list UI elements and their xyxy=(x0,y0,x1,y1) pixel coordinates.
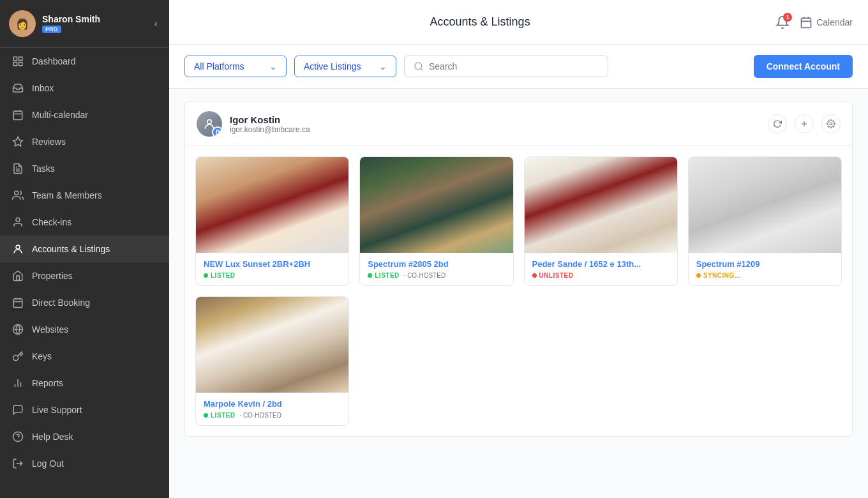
pro-badge: PRO xyxy=(42,26,61,33)
sidebar-item-accounts-listings[interactable]: Accounts & Listings xyxy=(0,236,169,262)
co-hosted-label: · CO-HOSTED xyxy=(238,412,281,419)
sidebar-item-label: Direct Booking xyxy=(32,298,90,308)
platform-filter[interactable]: All Platforms ⌄ xyxy=(184,56,287,77)
listing-info: Spectrum #2805 2bd LISTED · CO-HOSTED xyxy=(360,253,513,285)
chevron-down-icon: ⌄ xyxy=(379,61,387,72)
status-dot xyxy=(368,273,372,278)
user-name: Sharon Smith xyxy=(42,14,100,24)
listing-image xyxy=(689,157,841,253)
listing-image xyxy=(196,157,348,253)
svg-rect-4 xyxy=(13,111,22,120)
calendar-icon xyxy=(11,109,24,121)
sidebar-item-keys[interactable]: Keys xyxy=(0,343,169,370)
sidebar-item-inbox[interactable]: Inbox xyxy=(0,75,169,102)
sidebar-item-label: Reviews xyxy=(32,137,66,147)
sidebar-item-direct-booking[interactable]: Direct Booking xyxy=(0,289,169,316)
listing-card[interactable]: NEW Lux Sunset 2BR+2BH LISTED xyxy=(195,156,349,286)
calendar-label: Calendar xyxy=(816,17,853,27)
sidebar-item-label: Dashboard xyxy=(32,56,76,66)
sidebar-item-help-desk[interactable]: Help Desk xyxy=(0,423,169,450)
notifications-button[interactable]: 1 xyxy=(775,15,789,29)
sidebar-item-label: Check-ins xyxy=(32,217,71,227)
collapse-sidebar-button[interactable]: ‹ xyxy=(152,15,160,32)
listing-filter-label: Active Listings xyxy=(304,61,374,72)
listing-title: Spectrum #1209 xyxy=(696,259,834,269)
svg-rect-14 xyxy=(13,299,22,308)
sidebar-item-label: Properties xyxy=(32,271,73,281)
checkin-icon xyxy=(11,216,24,229)
status-dot xyxy=(696,273,701,278)
account-actions xyxy=(768,114,841,133)
status-dot xyxy=(204,273,208,278)
booking-icon xyxy=(11,296,24,309)
svg-rect-2 xyxy=(13,63,17,66)
sidebar-item-websites[interactable]: Websites xyxy=(0,316,169,343)
sidebar-item-multi-calendar[interactable]: Multi-calendar xyxy=(0,102,169,128)
sidebar-item-label: Websites xyxy=(32,324,68,335)
svg-point-35 xyxy=(830,123,832,125)
account-name: Igor Kostin xyxy=(230,114,310,125)
listing-title: NEW Lux Sunset 2BR+2BH xyxy=(204,259,341,269)
svg-point-13 xyxy=(16,245,20,249)
sidebar-item-properties[interactable]: Properties xyxy=(0,262,169,289)
listing-card[interactable]: Peder Sande / 1652 e 13th... UNLISTED xyxy=(524,156,678,286)
listing-status: LISTED xyxy=(204,272,341,279)
account-user: B Igor Kostin igor.kostin@bnbcare.ca xyxy=(197,111,310,137)
sidebar-item-tasks[interactable]: Tasks xyxy=(0,155,169,182)
avatar-image: 👩 xyxy=(9,10,36,37)
listing-card[interactable]: Spectrum #1209 SYNCING... xyxy=(688,156,842,286)
listing-title: Spectrum #2805 2bd xyxy=(368,259,505,269)
search-box[interactable] xyxy=(404,56,608,77)
sidebar-item-check-ins[interactable]: Check-ins xyxy=(0,209,169,236)
account-details: Igor Kostin igor.kostin@bnbcare.ca xyxy=(230,114,310,134)
notification-badge: 1 xyxy=(783,13,792,22)
listing-card[interactable]: Spectrum #2805 2bd LISTED · CO-HOSTED xyxy=(359,156,513,286)
listing-image xyxy=(525,157,677,253)
sidebar-item-reviews[interactable]: Reviews xyxy=(0,128,169,155)
topbar: Accounts & Listings 1 Calendar xyxy=(169,0,868,45)
sidebar-item-team-members[interactable]: Team & Members xyxy=(0,182,169,209)
sidebar-item-logout[interactable]: Log Out xyxy=(0,450,169,477)
sidebar-item-dashboard[interactable]: Dashboard xyxy=(0,48,169,75)
search-input[interactable] xyxy=(429,61,599,72)
refresh-button[interactable] xyxy=(768,114,787,133)
sidebar-item-label: Accounts & Listings xyxy=(32,244,110,254)
co-hosted-label: · CO-HOSTED xyxy=(402,272,445,279)
listing-filter[interactable]: Active Listings ⌄ xyxy=(294,56,396,77)
key-icon xyxy=(11,350,24,363)
globe-icon xyxy=(11,323,24,336)
status-dot xyxy=(532,273,537,278)
account-platform-badge: B xyxy=(212,126,222,137)
svg-point-12 xyxy=(16,218,20,222)
topbar-actions: 1 Calendar xyxy=(775,15,853,29)
status-dot xyxy=(204,413,208,418)
status-text: LISTED xyxy=(375,272,400,279)
sidebar-item-live-support[interactable]: Live Support xyxy=(0,396,169,423)
main-content: Accounts & Listings 1 Calendar All Platf… xyxy=(169,0,868,498)
page-title: Accounts & Listings xyxy=(430,15,530,29)
status-text: SYNCING... xyxy=(703,272,741,279)
content-area: B Igor Kostin igor.kostin@bnbcare.ca xyxy=(169,89,868,498)
calendar-button[interactable]: Calendar xyxy=(800,16,853,29)
settings-button[interactable] xyxy=(821,114,841,133)
svg-point-11 xyxy=(15,191,19,195)
svg-marker-8 xyxy=(13,137,23,146)
connect-account-button[interactable]: Connect Account xyxy=(754,55,853,78)
svg-rect-3 xyxy=(19,63,22,66)
avatar: 👩 xyxy=(9,10,36,37)
user-profile[interactable]: 👩 Sharon Smith PRO xyxy=(9,10,100,37)
listing-title: Marpole Kevin / 2bd xyxy=(204,399,341,409)
listing-card[interactable]: Marpole Kevin / 2bd LISTED · CO-HOSTED xyxy=(195,296,349,426)
account-avatar: B xyxy=(197,111,222,137)
sidebar-item-label: Live Support xyxy=(32,405,82,415)
sidebar-item-label: Help Desk xyxy=(32,432,73,442)
search-icon xyxy=(414,61,424,72)
status-text: LISTED xyxy=(211,272,236,279)
logout-icon xyxy=(11,457,24,470)
add-listing-button[interactable] xyxy=(795,114,814,133)
sidebar-item-reports[interactable]: Reports xyxy=(0,370,169,396)
listing-info: Peder Sande / 1652 e 13th... UNLISTED xyxy=(525,253,677,285)
listing-status: LISTED · CO-HOSTED xyxy=(368,272,505,279)
team-icon xyxy=(11,189,24,202)
status-text: UNLISTED xyxy=(539,272,574,279)
